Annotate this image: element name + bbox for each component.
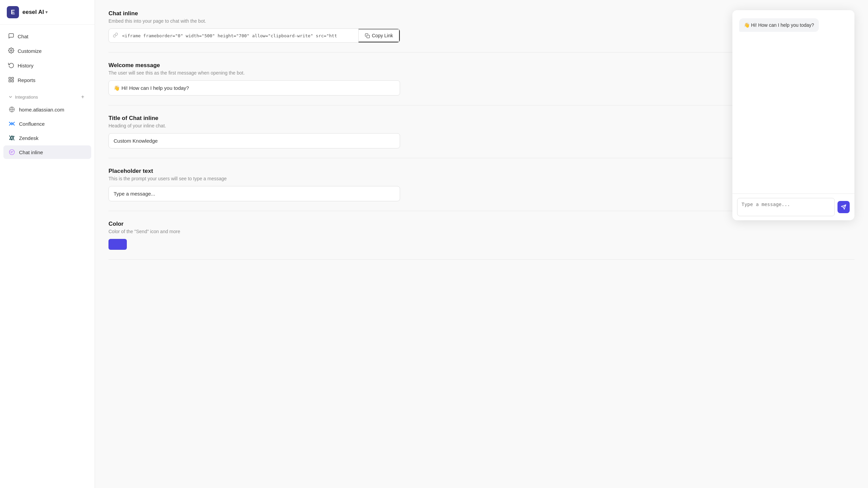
svg-rect-2 [12,77,14,79]
welcome-message-input[interactable] [108,80,400,96]
preview-panel: 👋 Hi! How can I help you today? [732,10,854,220]
preview-send-button[interactable] [837,201,850,213]
preview-input-area [732,194,854,220]
sidebar: E eesel AI ▾ Chat Customize [0,0,95,488]
brand-chevron-icon: ▾ [45,10,47,15]
history-icon [8,62,14,69]
sidebar-header: E eesel AI ▾ [0,0,95,25]
chevron-down-icon [8,95,13,99]
globe-icon [8,106,16,113]
placeholder-text-input[interactable] [108,186,400,201]
sidebar-item-chat[interactable]: Chat [3,29,91,43]
sidebar-item-reports-label: Reports [18,77,36,83]
confluence-label: Confluence [19,121,45,127]
sidebar-item-chat-label: Chat [18,34,28,39]
preview-welcome-message: 👋 Hi! How can I help you today? [739,18,819,32]
integrations-label-text: Integrations [15,95,38,100]
send-icon [841,204,846,210]
copy-link-button[interactable]: Copy Link [358,29,400,42]
brand-logo: E [7,6,19,18]
integrations-toggle[interactable]: Integrations [8,95,38,100]
svg-point-0 [11,50,12,52]
sidebar-item-confluence[interactable]: Confluence [3,117,91,130]
reports-icon [8,77,14,84]
preview-chat-area: 👋 Hi! How can I help you today? [732,10,854,194]
svg-rect-8 [367,35,369,38]
sidebar-item-customize-label: Customize [18,48,42,54]
sidebar-item-atlassian[interactable]: home.atlassian.com [3,103,91,116]
color-swatch[interactable] [108,239,127,250]
sidebar-item-zendesk[interactable]: Zendesk [3,131,91,145]
section-title-color: Color [108,221,854,227]
copy-icon [365,33,370,38]
zendesk-icon [8,134,16,142]
sidebar-item-history[interactable]: History [3,59,91,73]
brand-name[interactable]: eesel AI ▾ [22,9,47,16]
integrations-add-button[interactable]: + [79,93,86,101]
sidebar-item-reports[interactable]: Reports [3,73,91,87]
svg-rect-1 [9,77,11,79]
copy-link-label: Copy Link [372,33,393,38]
chat-inline-label: Chat inline [19,149,43,155]
sidebar-item-customize[interactable]: Customize [3,44,91,58]
svg-point-7 [9,150,15,155]
section-desc-color: Color of the "Send" icon and more [108,229,854,234]
sidebar-item-history-label: History [18,63,34,68]
chat-inline-icon [8,148,16,156]
svg-rect-3 [12,80,14,82]
chat-inline-title-input[interactable] [108,133,400,148]
confluence-icon [8,120,16,127]
customize-icon [8,47,14,55]
preview-message-input[interactable] [737,198,835,216]
integrations-section-header: Integrations + [3,90,91,103]
embed-code-text: <iframe frameborder="0" width="500" heig… [122,29,358,42]
atlassian-label: home.atlassian.com [19,107,64,113]
link-icon [109,33,122,39]
sidebar-nav: Chat Customize History [0,25,95,160]
zendesk-label: Zendesk [19,135,39,141]
sidebar-item-chat-inline[interactable]: Chat inline [3,145,91,159]
svg-rect-4 [9,80,11,82]
chat-icon [8,33,14,40]
embed-code-row: <iframe frameborder="0" width="500" heig… [108,28,400,43]
